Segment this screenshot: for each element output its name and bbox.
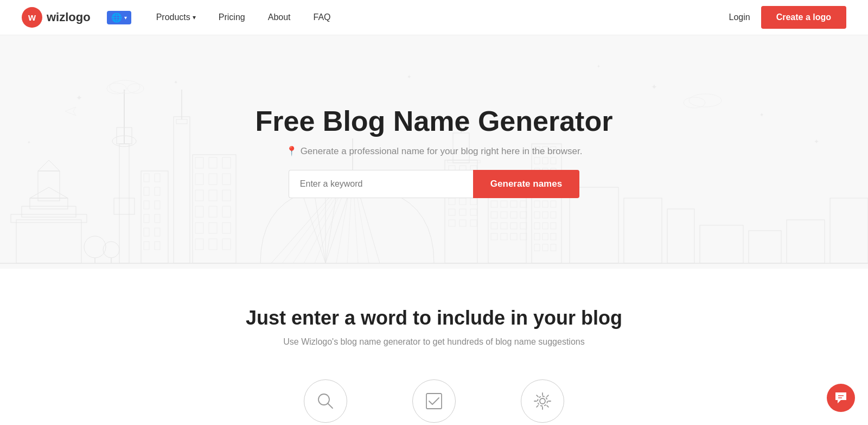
hero-section: ✦ ✦ ✦ ✦ ✦ ✦ ✦ ✦ Free Blog Name Generator… bbox=[0, 35, 868, 269]
svg-rect-39 bbox=[222, 174, 231, 185]
svg-rect-30 bbox=[174, 117, 190, 263]
navbar: w wizlogo 🌐 ▾ Products Pricing About FAQ… bbox=[0, 0, 868, 35]
svg-rect-142 bbox=[551, 233, 556, 240]
svg-rect-20 bbox=[144, 187, 149, 195]
svg-rect-27 bbox=[155, 228, 160, 236]
svg-rect-107 bbox=[491, 223, 497, 229]
svg-rect-144 bbox=[542, 244, 548, 251]
svg-rect-13 bbox=[114, 198, 135, 214]
svg-text:✦: ✦ bbox=[76, 93, 82, 102]
svg-rect-131 bbox=[534, 201, 540, 207]
nav-products[interactable]: Products bbox=[148, 8, 205, 27]
svg-point-170 bbox=[540, 398, 545, 404]
svg-rect-87 bbox=[449, 220, 455, 226]
svg-text:✦: ✦ bbox=[651, 83, 658, 91]
svg-rect-33 bbox=[193, 155, 236, 263]
language-selector[interactable]: 🌐 ▾ bbox=[107, 11, 131, 24]
gear-icon-circle bbox=[521, 379, 564, 423]
below-hero-section: Just enter a word to include in your blo… bbox=[0, 269, 868, 425]
checkmark-icon bbox=[424, 391, 444, 411]
hero-search-bar: Generate names bbox=[289, 170, 579, 198]
svg-rect-34 bbox=[195, 157, 203, 168]
svg-text:✦: ✦ bbox=[407, 74, 411, 80]
features-row bbox=[22, 379, 846, 423]
svg-rect-132 bbox=[542, 201, 548, 207]
svg-rect-114 bbox=[520, 233, 527, 240]
generate-names-button[interactable]: Generate names bbox=[473, 170, 579, 198]
brand-logo-icon: w bbox=[22, 7, 42, 28]
feature-search bbox=[304, 379, 347, 423]
nav-faq[interactable]: FAQ bbox=[305, 8, 340, 27]
check-icon-circle bbox=[412, 379, 456, 423]
feature-check bbox=[412, 379, 456, 423]
svg-rect-19 bbox=[155, 174, 160, 182]
svg-rect-86 bbox=[470, 209, 477, 215]
svg-rect-140 bbox=[534, 233, 540, 240]
svg-rect-42 bbox=[222, 190, 231, 201]
chat-bubble[interactable] bbox=[827, 384, 855, 412]
svg-rect-135 bbox=[542, 212, 548, 218]
svg-rect-47 bbox=[209, 223, 217, 233]
svg-rect-51 bbox=[222, 239, 231, 250]
svg-rect-103 bbox=[491, 212, 497, 218]
svg-rect-141 bbox=[542, 233, 548, 240]
svg-rect-24 bbox=[144, 214, 149, 223]
svg-point-8 bbox=[84, 236, 106, 258]
svg-rect-48 bbox=[222, 223, 231, 233]
svg-rect-137 bbox=[534, 223, 540, 229]
svg-rect-29 bbox=[155, 242, 160, 250]
svg-rect-134 bbox=[534, 212, 540, 218]
svg-rect-4 bbox=[30, 198, 68, 209]
svg-rect-104 bbox=[501, 212, 507, 218]
svg-rect-82 bbox=[459, 198, 466, 205]
svg-rect-146 bbox=[570, 187, 618, 263]
svg-rect-26 bbox=[144, 228, 149, 236]
create-logo-button[interactable]: Create a logo bbox=[761, 6, 846, 29]
svg-rect-49 bbox=[195, 239, 203, 250]
svg-rect-22 bbox=[144, 201, 149, 209]
nav-links: Products Pricing About FAQ bbox=[148, 8, 729, 27]
below-subtitle: Use Wizlogo's blog name generator to get… bbox=[22, 337, 846, 347]
svg-rect-43 bbox=[195, 206, 203, 217]
chat-icon bbox=[834, 391, 848, 405]
hero-subtitle: 📍 Generate a professional name for your … bbox=[286, 145, 583, 157]
svg-point-166 bbox=[684, 97, 705, 108]
svg-rect-23 bbox=[155, 201, 160, 209]
login-link[interactable]: Login bbox=[729, 12, 750, 22]
svg-rect-149 bbox=[700, 225, 743, 263]
svg-rect-110 bbox=[520, 223, 527, 229]
below-title: Just enter a word to include in your blo… bbox=[22, 307, 846, 329]
svg-rect-99 bbox=[491, 201, 497, 207]
svg-rect-88 bbox=[459, 220, 466, 226]
svg-rect-36 bbox=[222, 157, 231, 168]
svg-rect-108 bbox=[501, 223, 507, 229]
svg-rect-45 bbox=[222, 206, 231, 217]
svg-rect-81 bbox=[449, 198, 455, 205]
svg-text:✦: ✦ bbox=[27, 140, 31, 145]
navbar-actions: Login Create a logo bbox=[729, 6, 846, 29]
svg-point-165 bbox=[689, 94, 722, 107]
svg-rect-152 bbox=[830, 198, 868, 263]
svg-rect-41 bbox=[209, 190, 217, 201]
svg-rect-46 bbox=[195, 223, 203, 233]
svg-rect-12 bbox=[119, 144, 129, 263]
svg-rect-148 bbox=[667, 209, 694, 263]
globe-icon: 🌐 bbox=[111, 12, 122, 23]
search-icon bbox=[315, 391, 336, 411]
nav-about[interactable]: About bbox=[259, 8, 299, 27]
svg-line-168 bbox=[328, 403, 333, 408]
hero-content: Free Blog Name Generator 📍 Generate a pr… bbox=[256, 106, 613, 198]
svg-marker-5 bbox=[30, 187, 68, 198]
nav-pricing[interactable]: Pricing bbox=[210, 8, 254, 27]
chevron-down-icon: ▾ bbox=[124, 15, 127, 21]
svg-text:✦: ✦ bbox=[597, 64, 601, 69]
brand: w wizlogo bbox=[22, 7, 91, 28]
keyword-input[interactable] bbox=[289, 170, 473, 198]
svg-rect-35 bbox=[209, 157, 217, 168]
svg-rect-102 bbox=[520, 201, 527, 207]
svg-rect-83 bbox=[470, 198, 477, 205]
svg-rect-89 bbox=[470, 220, 477, 226]
svg-rect-143 bbox=[534, 244, 540, 251]
hero-title: Free Blog Name Generator bbox=[256, 106, 613, 137]
svg-rect-106 bbox=[520, 212, 527, 218]
